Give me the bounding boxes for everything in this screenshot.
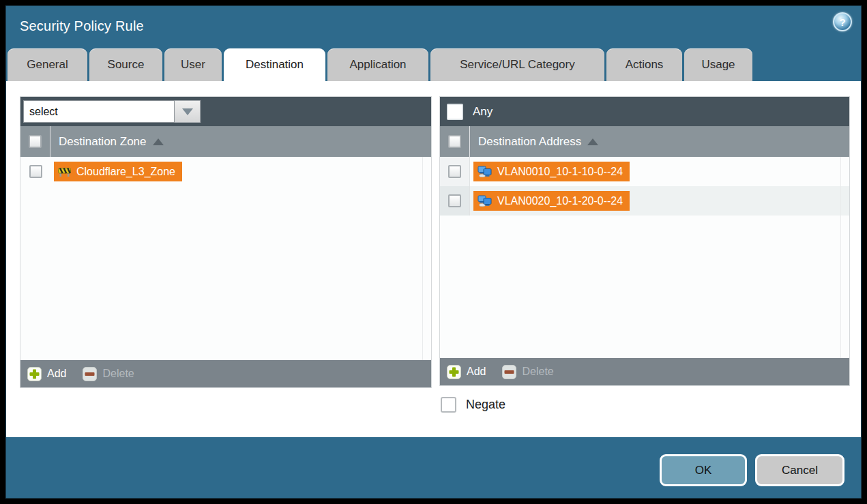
zone-column-header[interactable]: Destination Zone — [20, 126, 431, 157]
help-icon[interactable]: ? — [833, 12, 852, 31]
tab-bar: General Source User Destination Applicat… — [8, 48, 752, 81]
security-policy-rule-dialog: Security Policy Rule ? General Source Us… — [5, 5, 862, 499]
minus-icon — [502, 365, 516, 379]
address-list: VLAN0010_10-1-10-0--24 VLAN0020_10-1 — [440, 157, 849, 358]
tab-source[interactable]: Source — [89, 48, 162, 81]
zone-delete-label: Delete — [102, 368, 134, 380]
tab-general[interactable]: General — [8, 48, 87, 81]
address-item-label: VLAN0020_10-1-20-0--24 — [497, 195, 623, 207]
zone-list: Cloudflare_L3_Zone — [20, 157, 431, 360]
zone-barrier-icon — [58, 166, 71, 177]
address-item[interactable]: VLAN0010_10-1-10-0--24 — [473, 162, 630, 181]
sort-ascending-icon — [153, 138, 164, 145]
address-row: VLAN0020_10-1-20-0--24 — [440, 186, 849, 216]
address-column-label: Destination Address — [478, 135, 581, 149]
zone-toolbar — [20, 97, 431, 126]
title-bar: Security Policy Rule ? — [6, 6, 861, 48]
network-address-icon — [477, 195, 492, 207]
tab-application[interactable]: Application — [327, 48, 428, 81]
dialog-title: Security Policy Rule — [20, 18, 144, 34]
destination-zone-panel: Destination Zone — [20, 96, 432, 388]
minus-icon — [83, 367, 97, 381]
zone-add-button[interactable]: Add — [27, 367, 66, 381]
address-item[interactable]: VLAN0020_10-1-20-0--24 — [473, 191, 630, 211]
address-delete-button[interactable]: Delete — [502, 365, 553, 379]
tab-service-url-category[interactable]: Service/URL Category — [430, 48, 604, 81]
zone-select-input[interactable] — [23, 100, 175, 123]
address-delete-label: Delete — [522, 366, 553, 378]
zone-select-dropdown-button[interactable] — [175, 100, 201, 123]
address-column-header[interactable]: Destination Address — [440, 126, 849, 157]
chevron-down-icon — [182, 108, 193, 115]
address-select-all-checkbox[interactable] — [448, 135, 461, 148]
address-row-checkbox[interactable] — [448, 165, 461, 178]
cancel-button[interactable]: Cancel — [755, 454, 844, 486]
address-add-label: Add — [467, 366, 486, 378]
zone-delete-button[interactable]: Delete — [83, 367, 134, 381]
plus-icon — [27, 367, 42, 381]
address-item-label: VLAN0010_10-1-10-0--24 — [497, 166, 623, 178]
zone-row: Cloudflare_L3_Zone — [20, 157, 431, 186]
negate-label: Negate — [466, 398, 505, 412]
negate-checkbox[interactable] — [441, 397, 456, 413]
sort-ascending-icon — [587, 138, 598, 145]
zone-add-label: Add — [47, 368, 66, 380]
tab-usage[interactable]: Usage — [684, 48, 752, 81]
zone-item-label: Cloudflare_L3_Zone — [76, 166, 175, 178]
plus-icon — [447, 365, 461, 379]
zone-row-checkbox[interactable] — [29, 165, 42, 178]
tab-actions[interactable]: Actions — [606, 48, 682, 81]
address-panel-footer: Add Delete — [440, 358, 849, 385]
any-checkbox[interactable] — [447, 104, 463, 120]
network-address-icon — [477, 166, 492, 177]
destination-tab-content: Destination Zone — [6, 81, 861, 437]
address-add-button[interactable]: Add — [447, 365, 486, 379]
zone-panel-footer: Add Delete — [20, 360, 431, 387]
ok-button[interactable]: OK — [660, 454, 747, 486]
any-label: Any — [473, 105, 493, 119]
tab-user[interactable]: User — [164, 48, 222, 81]
negate-option: Negate — [441, 397, 505, 413]
tab-destination[interactable]: Destination — [224, 48, 325, 82]
destination-address-panel: Any Destination Address — [439, 96, 850, 386]
zone-item[interactable]: Cloudflare_L3_Zone — [54, 162, 182, 181]
address-row: VLAN0010_10-1-10-0--24 — [440, 157, 849, 186]
address-toolbar: Any — [440, 97, 849, 126]
address-row-checkbox[interactable] — [448, 194, 461, 207]
zone-column-label: Destination Zone — [59, 135, 147, 149]
zone-select-all-checkbox[interactable] — [29, 135, 42, 148]
